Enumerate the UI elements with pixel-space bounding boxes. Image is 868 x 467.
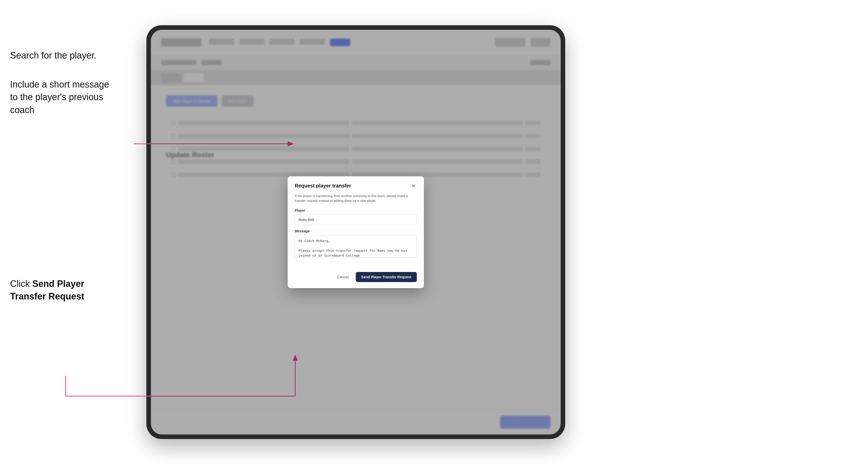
player-form-group: Player	[295, 208, 417, 225]
annotation-search-text: Search for the player.	[10, 49, 96, 62]
cancel-button[interactable]: Cancel	[333, 272, 353, 282]
annotation-click-text: Click Send PlayerTransfer Request	[10, 278, 84, 303]
message-form-group: Message Hi Coach McHarg, Please accept t…	[295, 229, 417, 259]
modal-footer: Cancel Send Player Transfer Request	[288, 268, 424, 288]
modal-title: Request player transfer	[295, 183, 351, 189]
tablet-screen: Update Roster Add Player to Roster Add P…	[151, 30, 561, 434]
annotation-click-bold: Send PlayerTransfer Request	[10, 279, 84, 302]
modal-body: If the player is transferring from anoth…	[288, 193, 424, 268]
send-transfer-request-button[interactable]: Send Player Transfer Request	[356, 272, 417, 282]
tablet-device: Update Roster Add Player to Roster Add P…	[146, 25, 565, 439]
message-textarea[interactable]: Hi Coach McHarg, Please accept this tran…	[295, 235, 417, 258]
modal-description: If the player is transferring from anoth…	[295, 193, 417, 204]
modal-header: Request player transfer ✕	[288, 176, 424, 193]
message-label: Message	[295, 229, 417, 233]
player-label: Player	[295, 208, 417, 212]
tablet-frame: Update Roster Add Player to Roster Add P…	[146, 25, 565, 439]
player-input[interactable]	[295, 214, 417, 225]
modal-overlay: Request player transfer ✕ If the player …	[151, 30, 561, 434]
annotation-message-text: Include a short messageto the player's p…	[10, 78, 109, 116]
modal-close-button[interactable]: ✕	[410, 182, 417, 189]
modal-dialog: Request player transfer ✕ If the player …	[288, 176, 424, 288]
